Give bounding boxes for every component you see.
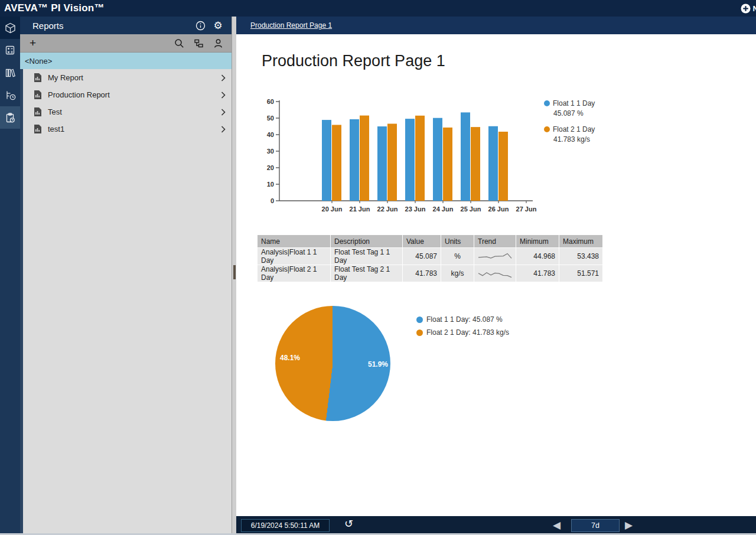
chevron-right-icon — [221, 109, 226, 116]
sidebar-item-my-report[interactable]: My Report — [23, 69, 232, 86]
rail-item-assets[interactable] — [0, 17, 20, 39]
sidebar-item-production-report[interactable]: Production Report — [23, 86, 232, 103]
report-doc-icon — [34, 90, 41, 99]
pie-slice-label-blue: 51.9% — [368, 360, 388, 368]
minimum-cell: 44.968 — [516, 248, 559, 265]
add-report-button[interactable]: + — [30, 38, 170, 48]
search-icon — [174, 38, 184, 48]
svg-text:21 Jun: 21 Jun — [350, 205, 370, 213]
legend-entry: Float 1 1 Day 45.087 % — [544, 99, 595, 118]
report-list: My Report Production Report Test — [20, 69, 232, 535]
chevron-right-icon — [221, 126, 226, 133]
description-cell: Float Test Tag 1 1 Day — [331, 248, 403, 265]
top-header: AVEVA™ PI Vision™ N — [0, 0, 756, 17]
col-units: Units — [441, 235, 474, 248]
col-minimum: Minimum — [516, 235, 559, 248]
units-cell: kg/s — [441, 265, 474, 282]
legend-series-value: 45.087 % — [553, 109, 595, 118]
svg-text:23 Jun: 23 Jun — [405, 205, 426, 213]
name-cell: Analysis|Float 1 1 Day — [258, 248, 331, 265]
scrollbar-thumb[interactable] — [233, 265, 236, 279]
start-time-box[interactable]: 6/19/2024 5:50:11 AM — [241, 519, 330, 532]
sidebar-title: Reports — [32, 21, 191, 31]
legend-dot-blue — [544, 100, 550, 106]
svg-text:26 Jun: 26 Jun — [488, 205, 509, 213]
reports-sidebar: Reports ⚙ + — [20, 17, 232, 535]
value-cell: 41.783 — [403, 265, 441, 282]
col-description: Description — [331, 235, 403, 248]
refresh-icon[interactable]: ↺ — [344, 517, 353, 530]
rail-item-calculations[interactable] — [0, 39, 20, 61]
new-display-label: N — [753, 4, 756, 13]
name-cell: Analysis|Float 2 1 Day — [258, 265, 331, 282]
col-trend: Trend — [474, 235, 516, 248]
description-cell: Float Test Tag 2 1 Day — [331, 265, 403, 282]
sidebar-scrollbar[interactable] — [232, 17, 236, 535]
pie-slice-label-orange: 48.1% — [280, 354, 300, 362]
bar-chart-legend: Float 1 1 Day 45.087 % Float 2 1 Day 41.… — [544, 99, 595, 151]
gear-icon: ⚙ — [213, 21, 222, 31]
maximum-cell: 53.438 — [559, 248, 603, 265]
hierarchy-icon — [194, 38, 204, 48]
report-label: My Report — [48, 73, 221, 82]
bar-chart[interactable]: 010203040506020 Jun21 Jun22 Jun23 Jun24 … — [260, 96, 543, 220]
legend-entry: Float 2 1 Day: 41.783 kg/s — [416, 328, 509, 337]
settings-button[interactable]: ⚙ — [209, 21, 227, 31]
page-title: Production Report Page 1 — [262, 52, 445, 70]
step-forward-icon[interactable]: ▶ — [625, 518, 633, 533]
legend-label: Float 1 1 Day: 45.087 % — [426, 315, 503, 324]
sidebar-item-test[interactable]: Test — [23, 103, 232, 120]
sidebar-header: Reports ⚙ — [20, 17, 232, 34]
svg-text:30: 30 — [267, 148, 274, 155]
pie-chart-legend: Float 1 1 Day: 45.087 % Float 2 1 Day: 4… — [416, 315, 509, 341]
svg-text:0: 0 — [271, 197, 274, 204]
svg-text:20: 20 — [267, 164, 274, 171]
info-button[interactable] — [191, 21, 209, 31]
col-value: Value — [403, 235, 441, 248]
breadcrumb-link[interactable]: Production Report Page 1 — [250, 21, 332, 30]
report-label: Test — [48, 107, 221, 116]
svg-text:25 Jun: 25 Jun — [461, 205, 481, 213]
table-row: Analysis|Float 1 1 Day Float Test Tag 1 … — [258, 248, 603, 265]
rail-item-reports[interactable] — [0, 106, 20, 129]
legend-entry: Float 2 1 Day 41.783 kg/s — [544, 125, 595, 143]
step-back-icon[interactable]: ◀ — [553, 518, 561, 533]
table-header-row: Name Description Value Units Trend Minim… — [258, 235, 603, 248]
new-display-button[interactable]: N — [741, 0, 756, 17]
value-cell: 45.087 — [403, 248, 441, 265]
sidebar-item-test1[interactable]: test1 — [23, 120, 232, 138]
col-name: Name — [258, 235, 331, 248]
report-label: test1 — [48, 125, 221, 133]
info-icon — [195, 21, 206, 31]
table-row: Analysis|Float 2 1 Day Float Test Tag 2 … — [258, 265, 603, 282]
trend-sparkline — [478, 268, 512, 279]
sidebar-toolbar: + — [20, 34, 232, 53]
legend-entry: Float 1 1 Day: 45.087 % — [416, 315, 509, 324]
minimum-cell: 41.783 — [516, 265, 559, 282]
rail-item-library[interactable] — [0, 61, 20, 84]
sidebar-item-none[interactable]: <None> — [20, 53, 232, 69]
legend-label: Float 2 1 Day: 41.783 kg/s — [426, 328, 509, 337]
plus-circle-icon — [741, 4, 751, 14]
svg-text:20 Jun: 20 Jun — [322, 205, 343, 213]
hierarchy-view-button[interactable] — [189, 38, 208, 48]
display-content: Production Report Page 1 010203040506020… — [236, 34, 756, 535]
rail-item-events[interactable] — [0, 84, 20, 106]
events-icon — [5, 90, 16, 101]
legend-series-name: Float 1 1 Day — [553, 99, 595, 107]
duration-box[interactable]: 7d — [571, 519, 620, 532]
reports-icon — [5, 112, 16, 123]
owner-filter-button[interactable] — [208, 38, 228, 48]
svg-text:40: 40 — [267, 131, 274, 138]
box-icon — [5, 22, 16, 34]
pie-chart[interactable]: 51.9% 48.1% — [275, 306, 390, 421]
svg-text:27 Jun: 27 Jun — [516, 205, 537, 213]
legend-series-value: 41.783 kg/s — [553, 135, 595, 143]
values-table[interactable]: Name Description Value Units Trend Minim… — [257, 234, 603, 282]
svg-text:10: 10 — [267, 181, 274, 188]
breadcrumb: Production Report Page 1 — [236, 17, 756, 34]
time-bar: 6/19/2024 5:50:11 AM ↺ ◀ 7d ▶ — [236, 516, 756, 535]
report-doc-icon — [34, 125, 41, 133]
search-button[interactable] — [170, 38, 189, 48]
svg-text:50: 50 — [267, 115, 274, 122]
